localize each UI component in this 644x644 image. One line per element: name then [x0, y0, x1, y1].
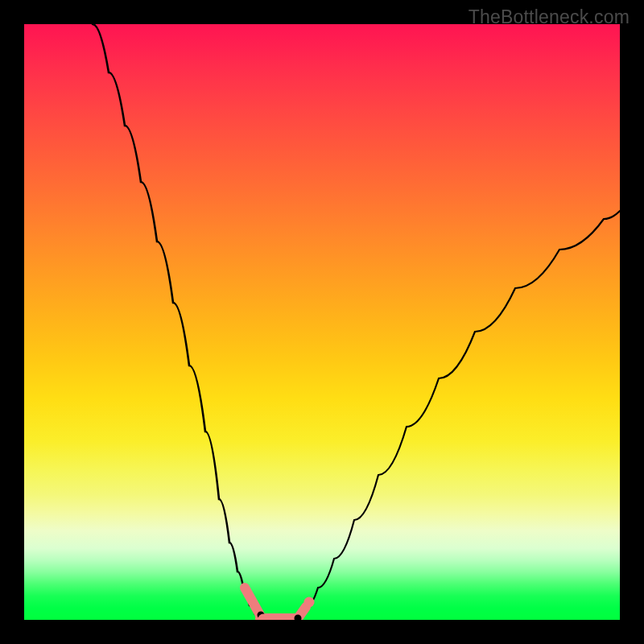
- chart-frame: [24, 24, 620, 620]
- marker-segment: [245, 588, 260, 615]
- watermark-label: TheBottleneck.com: [469, 6, 630, 28]
- chart-bottom-markers: [24, 24, 620, 620]
- marker-dot: [304, 597, 315, 608]
